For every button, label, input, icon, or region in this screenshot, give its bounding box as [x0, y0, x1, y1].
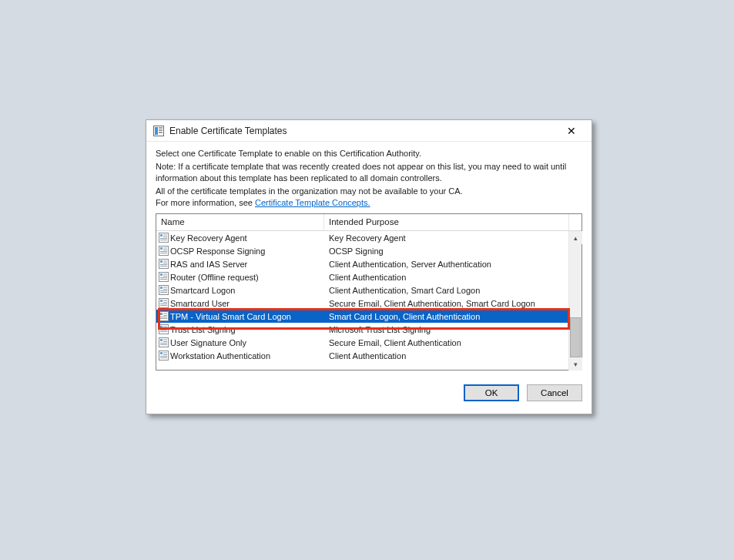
list-item-name: Key Recovery Agent — [169, 233, 324, 243]
svg-rect-42 — [160, 313, 163, 315]
cert-template-icon — [156, 285, 169, 295]
description-line-3: All of the certificate templates in the … — [156, 186, 582, 197]
dialog-title: Enable Certificate Templates — [169, 126, 556, 136]
list-item[interactable]: TPM - Virtual Smart Card LogonSmart Card… — [156, 310, 568, 323]
svg-rect-38 — [163, 302, 167, 303]
svg-rect-9 — [160, 238, 167, 239]
close-button[interactable]: ✕ — [556, 122, 587, 139]
more-info-line: For more information, see Certificate Te… — [156, 198, 582, 207]
svg-rect-7 — [163, 235, 167, 236]
svg-rect-12 — [160, 247, 163, 250]
list-item[interactable]: Trust List SigningMicrosoft Trust List S… — [156, 323, 568, 336]
svg-rect-2 — [159, 127, 163, 129]
svg-rect-8 — [163, 236, 167, 237]
vertical-scrollbar[interactable]: ▴ ▾ — [568, 231, 582, 371]
svg-rect-16 — [160, 253, 167, 253]
svg-rect-10 — [160, 240, 167, 240]
svg-rect-37 — [163, 300, 167, 301]
svg-rect-54 — [160, 339, 163, 341]
list-item[interactable]: User Signature OnlySecure Email, Client … — [156, 336, 568, 349]
svg-rect-6 — [160, 234, 163, 236]
svg-rect-32 — [163, 289, 167, 290]
button-row: OK Cancel — [156, 384, 582, 401]
list-item-purpose: Secure Email, Client Authentication — [324, 338, 568, 347]
scroll-up-button[interactable]: ▴ — [569, 231, 582, 244]
close-icon: ✕ — [567, 126, 576, 136]
cert-template-icon — [156, 246, 169, 256]
svg-rect-14 — [163, 250, 167, 250]
svg-rect-63 — [160, 356, 167, 357]
list-item[interactable]: OCSP Response SigningOCSP Signing — [156, 244, 568, 257]
svg-rect-40 — [160, 305, 167, 306]
svg-rect-20 — [163, 263, 167, 263]
scroll-track[interactable] — [569, 244, 582, 357]
ok-button[interactable]: OK — [464, 384, 519, 401]
cert-template-icon — [156, 324, 169, 334]
svg-rect-43 — [163, 314, 167, 314]
cancel-button[interactable]: Cancel — [527, 384, 582, 401]
svg-rect-49 — [163, 327, 167, 327]
list-item[interactable]: Key Recovery AgentKey Recovery Agent — [156, 231, 568, 244]
svg-rect-61 — [163, 353, 167, 354]
list-item-purpose: Secure Email, Client Authentication, Sma… — [324, 299, 568, 308]
list-item[interactable]: RAS and IAS ServerClient Authentication,… — [156, 257, 568, 270]
list-rows: Key Recovery AgentKey Recovery AgentOCSP… — [156, 231, 568, 371]
list-item-purpose: Smart Card Logon, Client Authentication — [324, 312, 568, 321]
svg-rect-58 — [160, 344, 167, 345]
dialog-content: Select one Certificate Template to enabl… — [146, 142, 592, 414]
svg-rect-34 — [160, 292, 167, 293]
cert-template-icon — [156, 233, 169, 243]
more-info-link[interactable]: Certificate Template Concepts. — [255, 198, 370, 207]
list-item-name: Workstation Authentication — [169, 351, 324, 360]
svg-rect-31 — [163, 287, 167, 288]
scroll-down-button[interactable]: ▾ — [569, 357, 582, 371]
list-item-name: OCSP Response Signing — [169, 246, 324, 256]
list-item[interactable]: Router (Offline request)Client Authentic… — [156, 270, 568, 283]
svg-rect-52 — [160, 331, 167, 332]
cert-template-icon — [156, 337, 169, 347]
svg-rect-46 — [160, 318, 167, 319]
template-list: Name Intended Purpose Key Recovery Agent… — [156, 213, 582, 371]
svg-rect-56 — [163, 341, 167, 342]
chevron-down-icon: ▾ — [574, 360, 578, 368]
list-item[interactable]: Workstation AuthenticationClient Authent… — [156, 349, 568, 362]
column-header-purpose[interactable]: Intended Purpose — [324, 214, 568, 230]
svg-rect-3 — [159, 129, 163, 131]
header-scroll-gutter — [568, 214, 582, 230]
cert-template-icon — [156, 272, 169, 282]
svg-rect-48 — [160, 326, 163, 328]
cert-template-icon — [156, 350, 169, 360]
list-item-purpose: Key Recovery Agent — [324, 233, 568, 243]
list-item-purpose: OCSP Signing — [324, 246, 568, 256]
list-item-name: Router (Offline request) — [169, 273, 324, 282]
column-header-name[interactable]: Name — [156, 214, 324, 230]
svg-rect-19 — [163, 261, 167, 262]
svg-rect-26 — [163, 276, 167, 277]
cert-template-icon — [156, 259, 169, 269]
svg-rect-4 — [159, 132, 163, 133]
svg-rect-27 — [160, 277, 167, 278]
titlebar: Enable Certificate Templates ✕ — [146, 120, 592, 142]
svg-rect-18 — [160, 260, 163, 263]
list-item-purpose: Client Authentication — [324, 351, 568, 360]
svg-rect-44 — [163, 315, 167, 316]
list-item-purpose: Client Authentication, Smart Card Logon — [324, 286, 568, 295]
svg-rect-15 — [160, 251, 167, 252]
svg-rect-36 — [160, 300, 163, 302]
svg-rect-60 — [160, 352, 163, 354]
svg-rect-62 — [163, 354, 167, 355]
svg-rect-13 — [163, 248, 167, 249]
scroll-thumb[interactable] — [570, 317, 581, 357]
list-item[interactable]: Smartcard LogonClient Authentication, Sm… — [156, 283, 568, 297]
cert-template-icon — [156, 311, 169, 321]
svg-rect-22 — [160, 266, 167, 267]
svg-rect-33 — [160, 290, 167, 291]
list-item-name: RAS and IAS Server — [169, 260, 324, 269]
svg-rect-21 — [160, 264, 167, 265]
svg-rect-28 — [160, 279, 167, 280]
svg-rect-57 — [160, 343, 167, 344]
list-header: Name Intended Purpose — [156, 214, 582, 231]
list-item[interactable]: Smartcard UserSecure Email, Client Authe… — [156, 297, 568, 310]
svg-rect-39 — [160, 303, 167, 304]
svg-rect-51 — [160, 330, 167, 330]
